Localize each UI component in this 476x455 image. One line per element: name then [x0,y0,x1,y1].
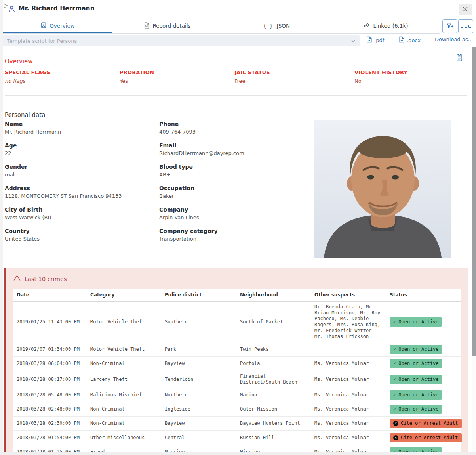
status-badge: Open or Active [390,405,442,414]
scrollbar-thumb[interactable] [472,47,476,356]
field-value: Arpin Van Lines [159,214,310,220]
warning-triangle-icon [13,275,21,283]
tab-overview[interactable]: Overview [3,18,112,33]
flag-value: Free [234,78,354,84]
document-search-icon [144,22,150,30]
col-header-status: Status [387,289,461,302]
crime-other-suspects: Ms. Veronica Molnar [311,417,387,431]
overview-flag: SPECIAL FLAGS no flags [5,69,120,84]
page-edge-left [0,0,3,455]
crime-category: Larceny Theft [87,371,162,388]
flag-label: VIOLENT HISTORY [354,69,469,75]
field-value: Baker [159,193,310,199]
flag-label: SPECIAL FLAGS [5,69,120,75]
crime-police-district: Bayview [162,357,237,371]
crime-status-cell: Open or Active [387,357,461,371]
crime-row: 2019/01/25 11:43:00 PM Motor Vehicle The… [13,302,461,342]
status-badge: Open or Active [390,345,442,354]
crime-status-cell: Open or Active [387,402,461,417]
personal-fields-left: Name Mr. Richard Herrmann Age 22 Gender … [5,121,155,249]
copy-to-clipboard-button[interactable] [456,54,463,63]
crime-other-suspects [311,342,387,357]
crimes-section-title: Last 10 crimes [13,275,468,283]
overview-flag: JAIL STATUS Free [234,69,354,84]
crimes-section: Last 10 crimes Date Category Police dist… [4,268,468,455]
crime-row: 2018/03/28 01:54:00 PM Other Miscellaneo… [13,431,461,445]
tab-linked[interactable]: Linked (6.1k) [331,18,440,33]
overview-flag: PROBATION Yes [120,69,234,84]
docx-file-icon [399,36,405,44]
status-badge: Cite or Arrest Adult [390,433,462,442]
export-pdf-button[interactable]: .pdf [366,36,384,44]
field-value: United States [5,236,155,242]
ellipsis-icon [461,25,463,28]
personal-field: Phone 409-764-7093 [159,121,310,135]
tab-label: Record details [153,23,191,29]
crime-police-district: Bayview [162,417,237,431]
personal-field: Name Mr. Richard Herrmann [5,121,155,135]
personal-field: Country United States [5,228,155,242]
personal-field: Gender male [5,164,155,178]
tab-json[interactable]: { } JSON [222,18,331,33]
personal-fields-middle: Phone 409-764-7093 Email RichardDHerrman… [159,121,310,249]
flag-value: Yes [120,78,234,84]
crime-other-suspects: Ms. Veronica Molnar [311,431,387,445]
crime-row: 2018/03/28 06:04:00 PM Non-Criminal Bayv… [13,357,461,371]
crime-row: 2019/02/07 01:34:00 PM Motor Vehicle The… [13,342,461,357]
crime-neighborhood: Twin Peaks [237,342,311,357]
crime-status-cell: Cite or Arrest Adult [387,417,461,431]
template-script-select[interactable]: Template script for Persons [3,35,360,46]
crime-category: Motor Vehicle Theft [87,302,162,342]
crime-status-cell: Cite or Arrest Adult [387,431,461,445]
docx-label: .docx [407,37,421,43]
crime-status-cell: Open or Active [387,342,461,357]
crime-row: 2018/03/28 08:17:00 PM Larceny Theft Ten… [13,371,461,388]
braces-icon: { } [263,23,274,29]
personal-field: Occupation Baker [159,185,310,199]
crimes-header-row: Date Category Police district Neighborho… [13,289,461,302]
crime-other-suspects: Ms. Veronica Molnar [311,402,387,417]
vertical-scrollbar [472,46,476,452]
field-label: Email [159,142,310,149]
crime-police-district: Northern [162,388,237,402]
field-label: Company category [159,228,310,234]
personal-field: Company Arpin Van Lines [159,206,310,220]
field-value: West Warwick (RI) [5,214,155,220]
export-docx-button[interactable]: .docx [399,36,421,44]
more-options-button[interactable] [458,19,473,33]
crime-police-district: Central [162,431,237,445]
col-header-police-district: Police district [162,289,237,302]
crime-date: 2018/03/28 01:54:00 PM [13,431,87,445]
template-script-placeholder: Template script for Persons [7,38,77,44]
personal-field: Blood type AB+ [159,164,310,178]
field-label: Country [5,228,155,234]
crime-other-suspects: Ms. Veronica Molnar [311,388,387,402]
filter-export-button[interactable] [442,19,457,33]
crimes-rows: 2019/01/25 11:43:00 PM Motor Vehicle The… [13,302,461,455]
chevron-down-icon [351,39,356,42]
crime-neighborhood: Bayview Hunters Point [237,417,311,431]
close-button[interactable] [459,4,472,15]
page-title: Mr. Richard Herrmann [19,5,95,12]
crime-other-suspects: Ms. Veronica Molnar [311,357,387,371]
person-icon [8,5,16,15]
crime-date: 2019/01/25 11:43:00 PM [13,302,87,342]
field-label: Age [5,142,155,149]
tab-bar: Overview Record details { } JSON Linked … [3,18,440,34]
field-label: Name [5,121,155,127]
col-header-date: Date [13,289,87,302]
crime-status-cell: Open or Active [387,371,461,388]
tab-record-details[interactable]: Record details [112,18,222,33]
crime-date: 2018/03/28 06:04:00 PM [13,357,87,371]
download-as-label: Download as... [435,36,473,42]
download-as-link[interactable]: Download as... [435,36,473,42]
crime-police-district: Park [162,342,237,357]
crime-status-cell: Open or Active [387,302,461,342]
overview-flag: VIOLENT HISTORY No [354,69,469,84]
status-badge: Open or Active [390,375,442,384]
crime-date: 2019/02/07 01:34:00 PM [13,342,87,357]
field-value: AB+ [159,172,310,178]
field-label: City of Birth [5,206,155,213]
field-label: Phone [159,121,310,127]
divider [5,262,467,262]
